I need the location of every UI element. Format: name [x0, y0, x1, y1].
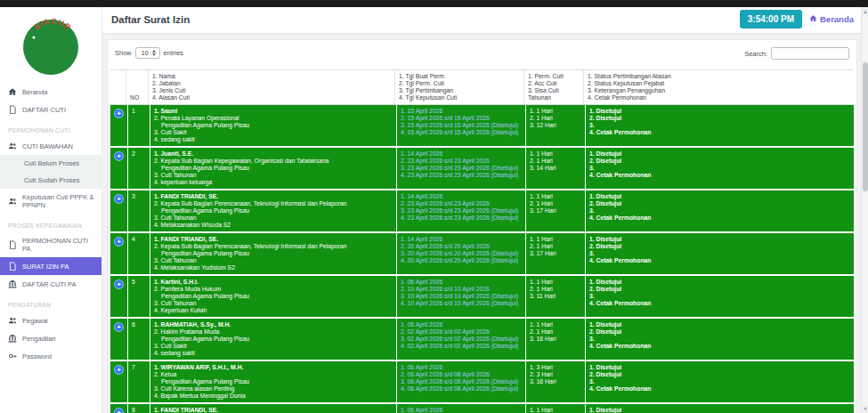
- employee-detail: Pengadilan Agama Pulang Pisau: [154, 207, 393, 215]
- date-link[interactable]: 3. 15 April 2026 s/d 15 April 2026 (Dise…: [401, 122, 522, 129]
- sidebar-item-daftar-cuti-pa[interactable]: DAFTAR CUTI PA: [0, 275, 101, 293]
- scroll-up-button[interactable]: ▲: [862, 7, 868, 16]
- date-link[interactable]: 1. 06 April 2026: [401, 364, 522, 371]
- expand-row-button[interactable]: +: [114, 408, 124, 413]
- status-value: 2. Disetujui: [589, 158, 850, 165]
- window-top-bar: [0, 0, 868, 7]
- date-link[interactable]: 2. 06 April 2026 s/d 08 April 2026: [401, 371, 522, 378]
- date-link[interactable]: 2. 10 April 2026 s/d 10 April 2026: [401, 286, 522, 293]
- expand-row-button[interactable]: +: [114, 237, 124, 247]
- status-value: 1. Disetujui: [589, 321, 850, 328]
- date-link[interactable]: 1. 14 April 2026: [401, 150, 522, 158]
- scrollbar[interactable]: ▲ ▼: [861, 7, 868, 413]
- sidebar-item-beranda[interactable]: Beranda: [0, 83, 101, 101]
- date-link[interactable]: 4. 10 April 2026 s/d 10 April 2026 (Dise…: [401, 300, 522, 307]
- cetak-permohonan-link[interactable]: 4. Cetak Permohonan: [589, 129, 850, 136]
- date-link[interactable]: 2. 23 April 2026 s/d 23 April 2026: [401, 158, 522, 165]
- expand-row-button[interactable]: +: [114, 365, 124, 375]
- sidebar-item-password[interactable]: Password: [0, 347, 101, 365]
- sidebar-item-daftar-cuti[interactable]: DAFTAR CUTI: [0, 101, 101, 118]
- status-value: 2. Disetujui: [589, 328, 850, 336]
- date-link[interactable]: 3. 02 April 2026 s/d 02 April 2026 (Dise…: [401, 336, 522, 343]
- date-link[interactable]: 4. 23 April 2026 s/d 23 April 2026 (Dise…: [401, 215, 522, 222]
- sidebar-item-label: Pegawai: [22, 317, 48, 325]
- days-value: 1. 1 Hari: [530, 193, 581, 200]
- date-link[interactable]: 4. 23 April 2026 s/d 23 April 2026 (Dise…: [401, 172, 522, 179]
- days-value: 2. 1 Hari: [530, 200, 581, 207]
- header-line: 4. Tgl Keputusan Cuti: [399, 94, 520, 101]
- cetak-permohonan-link[interactable]: 4. Cetak Permohonan: [589, 343, 850, 350]
- header-line: 4. Alasan Cuti: [152, 94, 391, 101]
- employee-name: 1. Kartini, S.H.I.: [154, 279, 393, 286]
- expand-row-button[interactable]: +: [114, 194, 124, 204]
- employee-name: 1. WIRYAWAN ARIF, S.H.I., M.H.: [154, 364, 393, 371]
- date-link[interactable]: 1. 14 April 2026: [401, 236, 522, 243]
- page-title: Daftar Surat Izin: [111, 14, 190, 25]
- status-value: 1. Disetujui: [589, 193, 850, 200]
- date-link[interactable]: 2. 20 April 2026 s/d 20 April 2026: [401, 243, 522, 250]
- table-row: +41. FANDI TRIANDI, SE.2. Kepala Sub Bag…: [110, 233, 854, 276]
- status-value: 3.: [589, 293, 850, 300]
- cetak-permohonan-link[interactable]: 4. Cetak Permohonan: [589, 257, 850, 264]
- header-line: 3. Tgl Pertimbangan: [399, 87, 520, 94]
- expand-row-button[interactable]: +: [114, 322, 124, 332]
- select-spinner-icon: [152, 50, 156, 56]
- sidebar-item-pegawai[interactable]: Pegawai: [0, 312, 101, 329]
- entries-select[interactable]: 10: [135, 47, 160, 59]
- row-number: 8: [132, 407, 135, 413]
- date-link[interactable]: 4. 15 April 2026 s/d 15 April 2026 (Dise…: [401, 129, 522, 136]
- search-input[interactable]: [771, 47, 849, 60]
- row-number: 3: [132, 193, 135, 199]
- scrollbar-thumb[interactable]: [863, 62, 868, 191]
- sidebar-item-cuti-sudah-proses[interactable]: Cuti Sudah Proses: [0, 172, 101, 189]
- status-value: 2. Disetujui: [589, 286, 850, 293]
- cetak-permohonan-link[interactable]: 4. Cetak Permohonan: [589, 215, 850, 222]
- sidebar-section-permohonan-cuti: PERMOHONAN CUTI: [0, 118, 101, 137]
- header-line: 2. Acc Cuti: [528, 80, 580, 87]
- header-dates: 1. Tgl Buat Perm2. Tgl Perm. Cuti3. Tgl …: [395, 70, 524, 104]
- sidebar-item-surat-izin-pa[interactable]: SURAT IZIN PA: [0, 257, 101, 275]
- sidebar-item-pengadilan[interactable]: Pengadilan: [0, 329, 101, 347]
- sidebar-item-permohonan-cuti-pa[interactable]: PERMOHONAN CUTI PA: [0, 232, 101, 257]
- cetak-permohonan-link[interactable]: 4. Cetak Permohonan: [589, 385, 850, 393]
- sidebar-item-keputusan-cuti-pppk-ppnpn[interactable]: Keputusan Cuti PPPK & PPNPN: [0, 189, 101, 214]
- header-line: 1. Perm. Cuti: [528, 73, 580, 80]
- date-link[interactable]: 2. 23 April 2026 s/d 23 April 2026: [401, 200, 522, 207]
- expand-row-button[interactable]: +: [114, 109, 124, 118]
- expand-row-button[interactable]: +: [114, 151, 124, 161]
- date-link[interactable]: 3. 23 April 2026 s/d 23 April 2026 (Dise…: [401, 165, 522, 172]
- date-link[interactable]: 1. 15 April 2026: [401, 108, 522, 115]
- sidebar: SIACUR BerandaDAFTAR CUTIPERMOHONAN CUTI…: [0, 7, 102, 413]
- employee-detail: 4. keperluan keluarga: [154, 179, 393, 186]
- scroll-down-button[interactable]: ▼: [862, 404, 868, 413]
- izin-table: NO 1. Nama2. Jabatan3. Jenis Cuti4. Alas…: [110, 69, 854, 413]
- date-link[interactable]: 3. 23 April 2026 s/d 23 April 2026 (Dise…: [401, 207, 522, 215]
- cetak-permohonan-link[interactable]: 4. Cetak Permohonan: [589, 172, 850, 179]
- date-link[interactable]: 4. 02 April 2026 s/d 02 April 2026 (Dise…: [401, 343, 522, 350]
- date-link[interactable]: 4. 20 April 2026 s/d 20 April 2026 (Dise…: [401, 257, 522, 264]
- search-label: Search:: [744, 50, 767, 58]
- table-row: +31. FANDI TRIANDI, SE.2. Kepala Sub Bag…: [110, 190, 854, 233]
- date-link[interactable]: 2. 15 April 2026 s/d 15 April 2026: [401, 115, 522, 122]
- date-link[interactable]: 1. 06 April 2026: [401, 321, 522, 328]
- sidebar-item-cuti-belum-proses[interactable]: Cuti Belum Proses: [0, 155, 101, 172]
- row-number: 2: [132, 150, 135, 157]
- date-link[interactable]: 1. 14 April 2026: [401, 193, 522, 200]
- date-link[interactable]: 4. 06 April 2026 s/d 08 April 2026 (Dise…: [401, 385, 522, 393]
- days-value: 2. 1 Hari: [530, 328, 581, 336]
- date-link[interactable]: 1. 06 April 2026: [401, 279, 522, 286]
- employee-detail: 2. Kepala Sub Bagian Kepegawaian, Organi…: [154, 158, 393, 165]
- beranda-link[interactable]: Beranda: [809, 14, 854, 24]
- date-link[interactable]: 1. 06 April 2026: [401, 407, 522, 413]
- sidebar-item-cuti-bawahan[interactable]: CUTI BAWAHAN: [0, 137, 101, 155]
- date-link[interactable]: 3. 20 April 2026 s/d 20 April 2026 (Dise…: [401, 250, 522, 257]
- file-icon: [8, 262, 17, 271]
- cetak-permohonan-link[interactable]: 4. Cetak Permohonan: [589, 300, 850, 307]
- date-link[interactable]: 3. 10 April 2026 s/d 10 April 2026 (Dise…: [401, 293, 522, 300]
- date-link[interactable]: 2. 02 April 2026 s/d 02 April 2026: [401, 328, 522, 336]
- expand-row-button[interactable]: +: [114, 279, 124, 289]
- date-link[interactable]: 3. 06 April 2026 s/d 08 April 2026 (Dise…: [401, 378, 522, 385]
- header-status: 1. Status Pertimbangan Atasan2. Status K…: [584, 70, 854, 104]
- employee-detail: 4. sedang sakit: [154, 350, 393, 357]
- sidebar-item-label: CUTI BAWAHAN: [22, 142, 73, 150]
